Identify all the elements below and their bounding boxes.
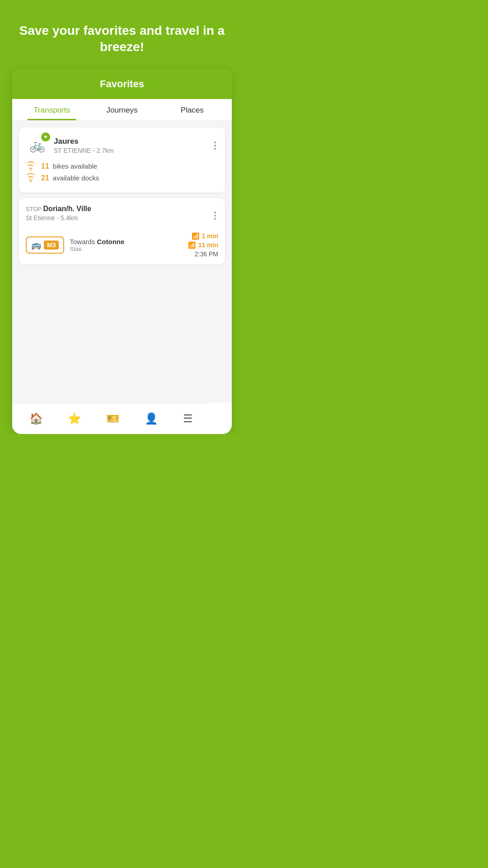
- live-icon-2: 📶: [188, 241, 196, 249]
- station-name: Jaures: [54, 137, 114, 146]
- bikes-count: 11: [41, 162, 49, 170]
- bike-station-header: 🚲 ★ Jaures ST ETIENNE - 2.7km: [26, 134, 218, 157]
- docks-count: 21: [41, 174, 49, 182]
- more-dot-2: [214, 145, 216, 146]
- favorites-card: Favorites Transports Journeys Places 🚲: [12, 69, 232, 434]
- account-icon: 👤: [145, 412, 158, 425]
- live-icon-1: 📶: [192, 232, 199, 240]
- content-area: 🚲 ★ Jaures ST ETIENNE - 2.7km: [12, 121, 232, 403]
- bikes-available-row: 11 bikes available: [26, 162, 218, 170]
- bike-icon-wrap: 🚲 ★: [26, 134, 48, 157]
- nav-tickets[interactable]: 🎫: [99, 410, 127, 427]
- home-icon: 🏠: [29, 412, 43, 425]
- star-badge: ★: [41, 132, 50, 142]
- bus-vehicle-icon: 🚌: [31, 240, 41, 250]
- station-details: Jaures ST ETIENNE - 2.7km: [54, 137, 114, 154]
- bottom-nav: 🏠 ⭐ 🎫 👤 ☰: [12, 403, 210, 434]
- docks-available-row: 21 available docks: [26, 174, 218, 182]
- nav-home[interactable]: 🏠: [23, 410, 50, 427]
- arrival-2: 📶 11 min: [188, 241, 218, 249]
- more-dot-3: [214, 148, 216, 150]
- tickets-icon: 🎫: [106, 412, 120, 425]
- bus-dot-2: [214, 215, 216, 217]
- bus-direction-label: Towards Cotonne: [70, 238, 124, 245]
- station-info: 🚲 ★ Jaures ST ETIENNE - 2.7km: [26, 134, 114, 157]
- docks-label: available docks: [53, 174, 99, 182]
- menu-icon: ☰: [183, 412, 193, 425]
- arrival-times: 📶 1 min 📶 11 min 2:36 PM: [188, 232, 218, 258]
- bus-stop-details: STOP Dorian/h. Ville St Etienne - 5.4km: [26, 205, 91, 227]
- nav-menu[interactable]: ☰: [176, 410, 200, 427]
- bus-stop-header: STOP Dorian/h. Ville St Etienne - 5.4km: [26, 205, 218, 227]
- bus-line-label: M3: [44, 241, 59, 250]
- tab-transports[interactable]: Transports: [17, 99, 87, 120]
- bus-line-badge: 🚌 M3: [26, 236, 64, 254]
- card-header: Favorites: [12, 69, 232, 99]
- bus-row: 🚌 M3 Towards Cotonne Stas: [26, 232, 218, 258]
- nav-account[interactable]: 👤: [138, 410, 165, 427]
- bus-destination: Cotonne: [97, 238, 124, 245]
- bus-more-options-button[interactable]: [212, 209, 218, 222]
- stop-name: Dorian/h. Ville: [43, 205, 91, 212]
- bus-dot-3: [214, 218, 216, 220]
- more-options-button[interactable]: [212, 139, 218, 152]
- bikes-label: bikes available: [53, 162, 97, 170]
- arrival-1: 📶 1 min: [192, 232, 218, 240]
- bus-direction-info: Towards Cotonne Stas: [70, 238, 124, 252]
- arrival-3: 2:36 PM: [195, 250, 218, 258]
- live-icon-bikes: [26, 162, 36, 170]
- live-icon-docks: [26, 174, 36, 182]
- bus-operator: Stas: [70, 245, 124, 252]
- hero-section: Save your favorites and travel in a bree…: [0, 0, 244, 69]
- tab-places[interactable]: Places: [157, 99, 227, 120]
- nav-favorites[interactable]: ⭐: [61, 410, 88, 427]
- card-header-title: Favorites: [100, 78, 144, 90]
- hero-title: Save your favorites and travel in a bree…: [14, 23, 230, 56]
- stop-sub: St Etienne - 5.4km: [26, 214, 91, 222]
- bus-dot-1: [214, 212, 216, 213]
- bus-stop-card: STOP Dorian/h. Ville St Etienne - 5.4km: [19, 198, 225, 264]
- bike-station-card: 🚲 ★ Jaures ST ETIENNE - 2.7km: [19, 127, 225, 193]
- stop-prefix: STOP Dorian/h. Ville: [26, 205, 91, 213]
- station-sub: ST ETIENNE - 2.7km: [54, 147, 114, 154]
- bus-left-info: 🚌 M3 Towards Cotonne Stas: [26, 236, 124, 254]
- tabs-row: Transports Journeys Places: [12, 99, 232, 121]
- more-dot-1: [214, 142, 216, 143]
- tab-journeys[interactable]: Journeys: [87, 99, 157, 120]
- favorites-icon: ⭐: [68, 412, 81, 425]
